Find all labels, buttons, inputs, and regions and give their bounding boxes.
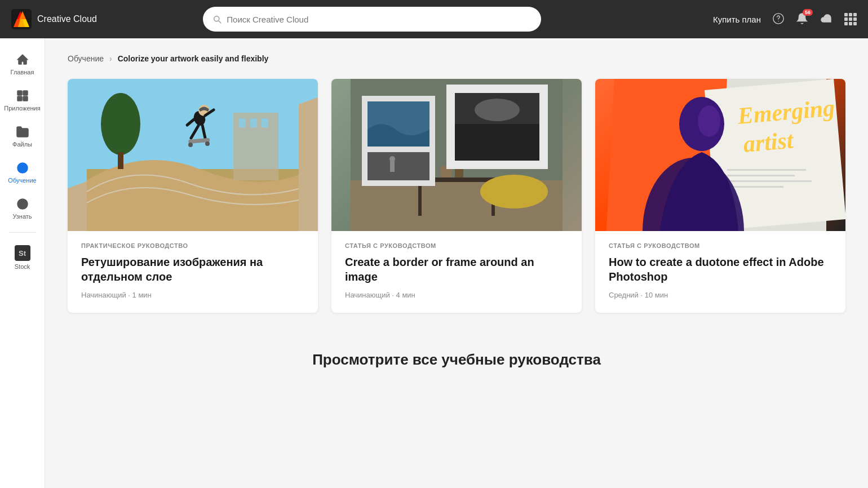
search-icon [212,14,222,24]
sidebar-label-home: Главная [11,69,34,76]
card-3-type: СТАТЬЯ С РУКОВОДСТВОМ [609,242,832,249]
svg-rect-24 [262,118,268,127]
help-icon [772,12,785,25]
sidebar-item-apps[interactable]: Приложения [3,83,42,117]
duotone-illustration: Emerging artist [595,79,845,231]
breadcrumb-separator: › [109,54,112,63]
card-3-meta: Средний · 10 мин [609,291,832,299]
notifications-button[interactable]: 56 [796,12,808,26]
card-1-type: ПРАКТИЧЕСКОЕ РУКОВОДСТВО [81,242,304,249]
svg-rect-41 [455,124,539,161]
sidebar-item-discover[interactable]: Узнать [3,192,42,225]
svg-rect-20 [118,152,123,169]
svg-rect-11 [17,96,22,101]
topbar-right: Купить план 56 [713,12,857,26]
svg-rect-55 [727,175,795,176]
svg-point-48 [389,156,395,162]
card-1[interactable]: ПРАКТИЧЕСКОЕ РУКОВОДСТВО Ретуширование и… [68,79,318,313]
breadcrumb-current: Colorize your artwork easily and flexibl… [118,54,269,63]
frame-illustration [331,79,582,231]
help-button[interactable] [772,12,785,26]
svg-rect-12 [23,96,28,101]
svg-rect-23 [250,118,257,127]
buy-plan-button[interactable]: Купить план [713,15,761,24]
sidebar-label-discover: Узнать [12,213,32,220]
breadcrumb-parent[interactable]: Обучение [68,54,104,63]
card-2-title: Create a border or frame around an image [345,255,568,284]
card-3[interactable]: Emerging artist [595,79,845,313]
card-3-body: СТАТЬЯ С РУКОВОДСТВОМ How to create a du… [595,231,845,313]
card-1-title: Ретуширование изображения на отдельном с… [81,255,304,284]
cloud-button[interactable] [820,13,833,26]
topbar: Creative Cloud Купить план 56 [0,0,868,38]
sidebar-label-apps: Приложения [4,105,40,112]
svg-rect-54 [727,169,806,171]
breadcrumb: Обучение › Colorize your artwork easily … [68,54,845,63]
card-image-3: Emerging artist [595,79,845,231]
svg-point-28 [188,143,193,147]
card-image-1 [68,79,318,231]
card-3-title: How to create a duotone effect in Adobe … [609,255,832,284]
logo-area: Creative Cloud [11,9,113,29]
sidebar-item-learn[interactable]: Обучение [3,156,42,189]
search-input[interactable] [227,15,532,24]
learn-icon [16,161,29,175]
apps-icon [16,89,29,103]
sidebar-divider [9,232,36,233]
svg-rect-57 [727,186,783,188]
sidebar-label-stock: Stock [15,263,30,270]
svg-rect-33 [418,182,422,216]
card-1-meta: Начинающий · 1 мин [81,291,304,299]
card-2-type: СТАТЬЯ С РУКОВОДСТВОМ [345,242,568,249]
svg-point-42 [475,99,520,121]
card-1-body: ПРАКТИЧЕСКОЕ РУКОВОДСТВО Ретуширование и… [68,231,318,313]
svg-point-60 [698,105,720,137]
card-2-body: СТАТЬЯ С РУКОВОДСТВОМ Create a border or… [331,231,582,313]
files-icon [16,125,29,139]
adobe-logo-icon [11,9,32,29]
sidebar-label-files: Файлы [12,141,32,148]
svg-rect-56 [727,180,812,182]
svg-point-29 [205,141,210,146]
stock-icon: St [15,245,30,261]
grid-icon [844,13,857,25]
svg-point-19 [101,93,140,155]
sidebar-item-stock[interactable]: St Stock [3,239,42,276]
svg-rect-47 [390,161,395,172]
home-icon [16,53,29,66]
notification-badge: 56 [803,9,813,16]
discover-icon [16,197,29,211]
card-2-meta: Начинающий · 4 мин [345,291,568,299]
svg-rect-46 [367,152,429,180]
svg-text:artist: artist [742,127,795,157]
card-image-2 [331,79,582,231]
svg-point-8 [778,20,778,21]
svg-rect-22 [239,118,246,127]
sidebar-item-home[interactable]: Главная [3,47,42,81]
skater-illustration [68,79,318,231]
cards-grid: ПРАКТИЧЕСКОЕ РУКОВОДСТВО Ретуширование и… [68,79,845,313]
layout: Главная Приложения Файлы Обучение [0,38,868,488]
bottom-title: Просмотрите все учебные руководства [68,351,845,369]
svg-point-35 [480,175,548,208]
apps-grid-button[interactable] [844,13,857,25]
cloud-icon [820,13,833,24]
search-bar[interactable] [203,7,541,32]
svg-rect-10 [23,91,28,95]
bottom-section: Просмотрите все учебные руководства [68,340,845,380]
svg-point-14 [22,167,23,168]
main-content: Обучение › Colorize your artwork easily … [45,38,868,488]
sidebar-label-learn: Обучение [8,177,36,184]
sidebar-item-files[interactable]: Файлы [3,119,42,153]
svg-rect-9 [17,91,22,95]
card-2[interactable]: СТАТЬЯ С РУКОВОДСТВОМ Create a border or… [331,79,582,313]
sidebar: Главная Приложения Файлы Обучение [0,38,45,488]
app-title: Creative Cloud [37,14,97,24]
